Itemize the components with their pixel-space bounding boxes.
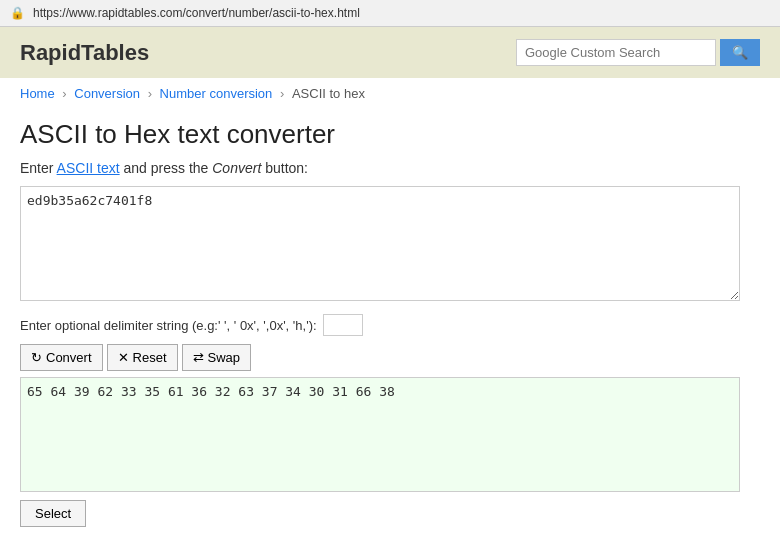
convert-label: Convert bbox=[46, 350, 92, 365]
delimiter-input[interactable] bbox=[323, 314, 363, 336]
instruction-suffix: button: bbox=[261, 160, 308, 176]
search-button[interactable]: 🔍 bbox=[720, 39, 760, 66]
site-logo: RapidTables bbox=[20, 40, 149, 66]
browser-bar: 🔒 https://www.rapidtables.com/convert/nu… bbox=[0, 0, 780, 27]
search-input[interactable] bbox=[516, 39, 716, 66]
breadcrumb-sep-3: › bbox=[280, 86, 288, 101]
page-title: ASCII to Hex text converter bbox=[20, 119, 740, 150]
swap-button[interactable]: ⇄ Swap bbox=[182, 344, 252, 371]
delimiter-row: Enter optional delimiter string (e.g:' '… bbox=[20, 314, 740, 336]
reset-button[interactable]: ✕ Reset bbox=[107, 344, 178, 371]
reset-icon: ✕ bbox=[118, 350, 129, 365]
search-icon: 🔍 bbox=[732, 45, 748, 60]
output-area: 65 64 39 62 33 35 61 36 32 63 37 34 30 3… bbox=[20, 377, 740, 492]
breadcrumb: Home › Conversion › Number conversion › … bbox=[0, 78, 780, 109]
convert-button[interactable]: ↻ Convert bbox=[20, 344, 103, 371]
swap-label: Swap bbox=[208, 350, 241, 365]
search-bar: 🔍 bbox=[516, 39, 760, 66]
ascii-input[interactable]: ed9b35a62c7401f8 bbox=[20, 186, 740, 301]
main-content: ASCII to Hex text converter Enter ASCII … bbox=[0, 109, 760, 547]
instruction-italic: Convert bbox=[212, 160, 261, 176]
url-text: https://www.rapidtables.com/convert/numb… bbox=[33, 6, 360, 20]
instruction-middle: and press the bbox=[120, 160, 213, 176]
output-value: 65 64 39 62 33 35 61 36 32 63 37 34 30 3… bbox=[27, 384, 395, 399]
swap-icon: ⇄ bbox=[193, 350, 204, 365]
delimiter-label: Enter optional delimiter string (e.g:' '… bbox=[20, 318, 317, 333]
lock-icon: 🔒 bbox=[10, 6, 25, 20]
breadcrumb-number-conversion[interactable]: Number conversion bbox=[160, 86, 273, 101]
instruction-prefix: Enter bbox=[20, 160, 57, 176]
select-button[interactable]: Select bbox=[20, 500, 86, 527]
buttons-row: ↻ Convert ✕ Reset ⇄ Swap bbox=[20, 344, 740, 371]
reset-label: Reset bbox=[133, 350, 167, 365]
breadcrumb-sep-2: › bbox=[148, 86, 156, 101]
convert-icon: ↻ bbox=[31, 350, 42, 365]
instruction: Enter ASCII text and press the Convert b… bbox=[20, 160, 740, 176]
breadcrumb-home[interactable]: Home bbox=[20, 86, 55, 101]
ascii-link[interactable]: ASCII text bbox=[57, 160, 120, 176]
breadcrumb-sep-1: › bbox=[62, 86, 70, 101]
breadcrumb-current: ASCII to hex bbox=[292, 86, 365, 101]
breadcrumb-conversion[interactable]: Conversion bbox=[74, 86, 140, 101]
site-header: RapidTables 🔍 bbox=[0, 27, 780, 78]
